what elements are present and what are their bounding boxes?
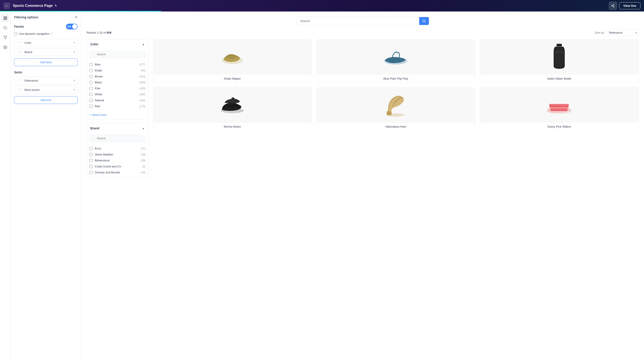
sort-item-recent[interactable]: ⋮⋮ Most recent ▾: [14, 86, 78, 94]
filter-option-blue: Blue (577): [90, 62, 146, 67]
product-name-khaki-slipper: Khaki Slipper: [153, 75, 312, 82]
facet-item-brand[interactable]: ⋮⋮ Brand ▾: [14, 48, 78, 56]
color-white-checkbox[interactable]: [90, 93, 92, 96]
brand-steve-madden-label: Steve Madden: [95, 153, 139, 156]
svg-rect-8: [6, 19, 7, 20]
brand-birkenstock-checkbox[interactable]: [90, 159, 92, 162]
brand-dooney-checkbox[interactable]: [90, 171, 92, 174]
color-blue-checkbox[interactable]: [90, 63, 92, 66]
color-filter-header[interactable]: Color ▲: [87, 39, 148, 49]
brand-dooney-count: (44): [141, 171, 146, 174]
product-image-pink-sliders: [480, 87, 638, 123]
svg-marker-11: [4, 46, 7, 48]
svg-rect-28: [550, 108, 568, 109]
view-live-button[interactable]: View live: [619, 2, 640, 9]
product-card-flip-flop[interactable]: Blue Plain Flip Flop: [316, 39, 475, 83]
product-card-naturaleza-heel[interactable]: Naturaleza Heel: [316, 87, 475, 131]
color-search-input[interactable]: [90, 51, 146, 58]
add-sort-button[interactable]: Add sort: [14, 96, 78, 104]
sorts-header: Sorts: [14, 71, 78, 74]
drag-handle-icon: ⋮⋮: [16, 88, 23, 92]
color-natural-count: (304): [139, 99, 146, 102]
close-panel-button[interactable]: ✕: [75, 15, 78, 19]
brand-ecco-checkbox[interactable]: [90, 147, 92, 150]
chevron-down-icon: ▾: [74, 88, 75, 91]
search-input[interactable]: [296, 17, 419, 25]
color-natural-checkbox[interactable]: [90, 99, 92, 102]
share-button[interactable]: [609, 2, 617, 10]
product-name-pink-sliders: Sassy Pink Sliders: [480, 123, 638, 130]
brand-search-input[interactable]: [90, 135, 146, 142]
list-icon: [3, 16, 7, 20]
svg-point-22: [399, 99, 400, 100]
show-more-button[interactable]: + Show more: [90, 113, 106, 116]
color-search-wrap: 🔍: [87, 49, 148, 60]
sidebar-icon-list[interactable]: [1, 14, 9, 22]
brand-filter-section: Brand ▲ 🔍 Ecco: [86, 123, 148, 177]
sidebar-icon-filter[interactable]: [1, 34, 9, 42]
results-prefix: Results: [86, 31, 97, 34]
svg-rect-26: [549, 104, 569, 105]
color-red-checkbox[interactable]: [90, 105, 92, 108]
drag-handle-icon: ⋮⋮: [16, 50, 23, 54]
search-button-icon: [422, 19, 426, 23]
brand-filter-options: Ecco (47) Steve Madden (49) Birkenstock: [87, 144, 148, 177]
svg-marker-10: [4, 36, 7, 39]
sidebar-icon-layers[interactable]: [1, 43, 9, 51]
add-facet-button[interactable]: Add facet: [14, 58, 78, 66]
results-count: 608: [107, 31, 112, 34]
back-button[interactable]: ←: [4, 3, 10, 9]
results-range: 1-10: [97, 31, 103, 34]
color-pink-checkbox[interactable]: [90, 87, 92, 90]
chevron-down-icon: ▾: [74, 50, 75, 54]
dynamic-nav-checkbox[interactable]: [14, 32, 17, 35]
color-khaki-checkbox[interactable]: [90, 69, 92, 72]
product-card-khaki-slipper[interactable]: Khaki Slipper: [153, 39, 312, 83]
sidebar-icon-search[interactable]: [1, 24, 9, 32]
color-pink-label: Pink: [95, 87, 137, 90]
product-name-mocha-mules: Mocha Mules: [153, 123, 312, 130]
share-icon: [611, 4, 615, 8]
product-name-naturaleza-heel: Naturaleza Heel: [316, 123, 475, 130]
facets-toggle[interactable]: ON: [66, 24, 78, 29]
color-white-count: (368): [139, 93, 146, 96]
svg-rect-20: [387, 111, 392, 115]
product-image-khaki-slipper: [153, 39, 312, 75]
color-brown-checkbox[interactable]: [90, 75, 92, 78]
sort-item-relevance[interactable]: ⋮⋮ Relevance ▾: [14, 77, 78, 84]
help-icon[interactable]: ?: [51, 32, 53, 35]
filter-option-pink: Pink (405): [90, 85, 146, 91]
filter-option-white: White (368): [90, 91, 146, 97]
svg-rect-7: [4, 19, 5, 20]
facet-item-color[interactable]: ⋮⋮ Color ▾: [14, 39, 78, 46]
edit-icon[interactable]: ✎: [54, 4, 57, 8]
results-header: Results 1-10 of 608 Sort by: Relevance P…: [86, 30, 639, 36]
product-card-water-bottle[interactable]: Nublu Water Bottle: [480, 39, 639, 83]
product-card-mocha-mules[interactable]: Mocha Mules: [153, 87, 312, 131]
topbar: ← Sports Commerce Page ✎ View live: [0, 0, 644, 12]
color-black-checkbox[interactable]: [90, 81, 92, 84]
svg-point-17: [555, 51, 564, 53]
search-button[interactable]: [419, 17, 429, 25]
svg-line-3: [612, 6, 614, 7]
filter-option-steve-madden: Steve Madden (49): [90, 151, 146, 157]
color-blue-label: Blue: [95, 63, 137, 66]
brand-coast-guard-checkbox[interactable]: [90, 165, 92, 168]
product-card-pink-sliders[interactable]: Sassy Pink Sliders: [480, 87, 639, 131]
brand-steve-madden-checkbox[interactable]: [90, 153, 92, 156]
product-image-flip-flop: [316, 39, 475, 75]
left-panel: Filtering options ✕ Facets ON Use dynami…: [10, 12, 81, 360]
filter-option-ecco: Ecco (47): [90, 145, 146, 151]
sort-select[interactable]: Relevance Price: Low to High Price: High…: [606, 30, 639, 36]
color-filter-label: Color: [90, 43, 98, 46]
page-title: Sports Commerce Page ✎: [13, 4, 57, 8]
color-collapse-icon: ▲: [142, 43, 145, 46]
sort-label: Sort by:: [595, 31, 605, 34]
svg-point-0: [613, 4, 614, 5]
brand-filter-label: Brand: [90, 126, 99, 130]
product-name-water-bottle: Nublu Water Bottle: [480, 75, 638, 82]
brand-coast-guard-label: Coast Guard and Co: [95, 165, 140, 168]
brand-filter-header[interactable]: Brand ▲: [87, 123, 148, 133]
product-image-naturaleza-heel: [316, 87, 475, 123]
page-title-text: Sports Commerce Page: [13, 4, 53, 8]
